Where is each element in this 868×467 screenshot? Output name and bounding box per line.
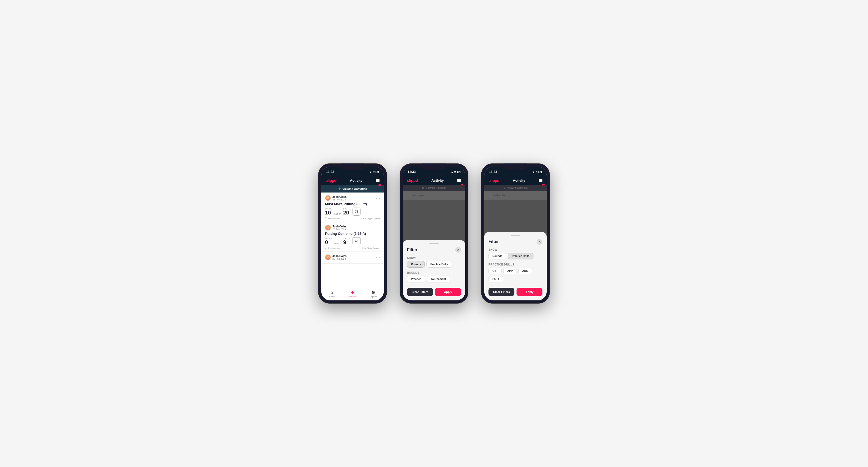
status-time-3: 11:33: [489, 170, 497, 174]
more-dots-1[interactable]: ···: [376, 196, 380, 200]
user-info-3: JC Josh Coles 28 Feb 2023: [325, 254, 346, 260]
ott-chip-3[interactable]: OTT: [489, 268, 502, 274]
status-icons-2: ▲ ≋ 51: [451, 170, 460, 173]
user-name-1: Josh Coles: [333, 195, 346, 198]
notch-1: [341, 163, 365, 170]
tournament-chip-2[interactable]: Tournament: [427, 276, 450, 282]
modal-actions-2: Clear Filters Apply: [407, 288, 461, 296]
filter-overlay-2: Filter ✕ Show Rounds Practice Drills Rou…: [403, 185, 465, 301]
arg-chip-3[interactable]: ARG: [518, 268, 532, 274]
logo-2: clippd: [407, 178, 418, 183]
practice-drills-label-3: Practice Drills: [489, 263, 542, 266]
activity-card-2: JC Josh Coles 28 Feb 2023 ··· Putting Co…: [321, 222, 384, 252]
practice-chip-2[interactable]: Practice: [407, 276, 425, 282]
notch-3: [503, 163, 527, 170]
card-header-1: JC Josh Coles 28 Feb 2023 ···: [325, 195, 380, 201]
show-chips-2: Rounds Practice Drills: [407, 261, 461, 268]
home-icon: ⌂: [330, 290, 333, 295]
shot-quality-2: 45: [352, 237, 361, 245]
nav-label-home: Home: [329, 295, 335, 298]
viewing-banner-text-1: Viewing Activities: [342, 187, 367, 190]
menu-icon-2[interactable]: [457, 179, 461, 182]
putt-chip-3[interactable]: PUTT: [489, 276, 503, 282]
apply-button-3[interactable]: Apply: [517, 288, 542, 296]
avatar-1: JC: [325, 195, 331, 201]
app-chip-3[interactable]: APP: [503, 268, 517, 274]
nav-title-2: Activity: [431, 179, 444, 183]
show-label-3: Show: [489, 248, 542, 251]
avatar-3: JC: [325, 254, 331, 260]
activity-card-3: JC Josh Coles 28 Feb 2023 ···: [321, 252, 384, 263]
user-date-2: 28 Feb 2023: [333, 228, 346, 230]
content-1: JC Josh Coles 28 Feb 2023 ··· Must Make …: [321, 192, 384, 288]
close-button-2[interactable]: ✕: [455, 247, 461, 253]
avatar-2: JC: [325, 225, 331, 230]
nav-item-home[interactable]: ⌂ Home: [325, 290, 338, 298]
nav-title-1: Activity: [350, 179, 362, 183]
more-dots-3[interactable]: ···: [376, 255, 380, 259]
menu-icon-3[interactable]: [539, 179, 542, 182]
status-icons-1: ▲ ≋ 51: [369, 170, 379, 173]
more-dots-2[interactable]: ···: [376, 225, 380, 230]
show-label-2: Show: [407, 256, 461, 259]
activity-title-2: Putting Combine (3-15 ft): [325, 232, 380, 236]
card-header-2: JC Josh Coles 28 Feb 2023 ···: [325, 225, 380, 230]
nav-label-capture: Capture: [369, 295, 377, 298]
modal-actions-3: Clear Filters Apply: [489, 288, 542, 296]
user-name-3: Josh Coles: [333, 255, 346, 257]
nav-item-capture[interactable]: ⊕ Capture: [367, 290, 380, 298]
phone-2: 11:33 ▲ ≋ 51 clippd Activity: [400, 163, 468, 304]
rounds-chips-2: Practice Tournament: [407, 276, 461, 282]
close-button-3[interactable]: ✕: [537, 239, 542, 245]
status-icons-3: ▲ ≋ 51: [532, 170, 542, 173]
modal-header-3: Filter ✕: [489, 239, 542, 245]
practice-drills-chip-2[interactable]: Practice Drills: [426, 261, 452, 268]
status-time-2: 11:33: [408, 170, 416, 174]
activity-title-1: Must Make Putting (3-6 ft): [325, 202, 380, 206]
status-time-1: 11:33: [326, 170, 334, 174]
phone-2-inner: 11:33 ▲ ≋ 51 clippd Activity: [403, 166, 465, 301]
apply-button-2[interactable]: Apply: [435, 288, 461, 296]
stats-row-2: Score 0 OUT OF Shots 9 45: [325, 237, 380, 245]
filter-overlay-3: Filter ✕ Show Rounds Practice Drills Pra…: [484, 185, 547, 301]
card-footer-1: ⓘ Test Information Data: Clippd Capture: [325, 217, 380, 220]
filter-icon-1: ⚙: [338, 187, 341, 190]
phone-3: 11:33 ▲ ≋ 51 clippd Activity: [481, 163, 550, 304]
phone-3-inner: 11:33 ▲ ≋ 51 clippd Activity: [484, 166, 547, 301]
nav-item-activities[interactable]: ♣ Activities: [346, 290, 359, 298]
practice-drills-chip-3[interactable]: Practice Drills: [508, 253, 533, 259]
drills-chips-3: OTT APP ARG PUTT: [489, 268, 542, 282]
nav-bar-2: clippd Activity: [403, 176, 465, 185]
logo-3: clippd: [489, 178, 499, 183]
capture-icon: ⊕: [372, 290, 375, 295]
card-footer-2: ⓘ Test Information Data: Clippd Capture: [325, 247, 380, 249]
modal-handle-3: [511, 235, 520, 236]
modal-header-2: Filter ✕: [407, 247, 461, 253]
activity-card-1: JC Josh Coles 28 Feb 2023 ··· Must Make …: [321, 192, 384, 222]
filter-modal-2: Filter ✕ Show Rounds Practice Drills Rou…: [403, 240, 465, 301]
bottom-nav-1: ⌂ Home ♣ Activities ⊕ Capture: [321, 288, 384, 301]
filter-modal-3: Filter ✕ Show Rounds Practice Drills Pra…: [484, 232, 547, 301]
card-header-3: JC Josh Coles 28 Feb 2023 ···: [325, 254, 380, 260]
menu-icon-1[interactable]: [376, 179, 379, 182]
phone-1: 11:33 ▲ ≋ 51 clippd Activity ⚙: [318, 163, 387, 304]
user-name-2: Josh Coles: [333, 225, 346, 228]
stats-row-1: Score 10 OUT OF Shots 20 75: [325, 208, 380, 216]
rounds-chip-2[interactable]: Rounds: [407, 261, 425, 268]
nav-label-activities: Activities: [348, 295, 357, 298]
phone-1-inner: 11:33 ▲ ≋ 51 clippd Activity ⚙: [321, 166, 384, 301]
viewing-dot-1: [378, 184, 381, 186]
modal-title-3: Filter: [489, 239, 499, 244]
modal-title-2: Filter: [407, 248, 417, 252]
rounds-chip-3[interactable]: Rounds: [489, 253, 506, 259]
clear-filters-button-3[interactable]: Clear Filters: [489, 288, 515, 296]
notch-2: [422, 163, 446, 170]
clear-filters-button-2[interactable]: Clear Filters: [407, 288, 433, 296]
nav-bar-3: clippd Activity: [484, 176, 547, 185]
viewing-banner-1[interactable]: ⚙ Viewing Activities: [321, 185, 384, 192]
shot-quality-1: 75: [352, 208, 361, 216]
phones-container: 11:33 ▲ ≋ 51 clippd Activity ⚙: [318, 163, 550, 304]
show-chips-3: Rounds Practice Drills: [489, 253, 542, 259]
activities-icon: ♣: [351, 290, 354, 295]
user-date-3: 28 Feb 2023: [333, 257, 346, 260]
